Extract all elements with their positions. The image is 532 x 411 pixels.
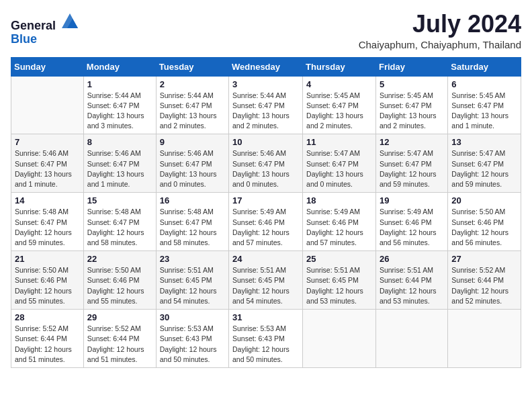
calendar-cell: 25Sunrise: 5:51 AMSunset: 6:45 PMDayligh…: [303, 251, 376, 310]
month-title: July 2024: [359, 11, 521, 38]
day-info: Sunrise: 5:45 AMSunset: 6:47 PMDaylight:…: [451, 91, 517, 132]
calendar-week-5: 28Sunrise: 5:52 AMSunset: 6:44 PMDayligh…: [11, 310, 521, 368]
calendar-cell: 31Sunrise: 5:53 AMSunset: 6:43 PMDayligh…: [229, 310, 303, 368]
calendar-header-row: SundayMondayTuesdayWednesdayThursdayFrid…: [11, 57, 521, 76]
calendar-cell: 27Sunrise: 5:52 AMSunset: 6:44 PMDayligh…: [448, 251, 521, 310]
day-number: 12: [380, 137, 444, 147]
day-number: 20: [451, 195, 517, 205]
day-number: 29: [87, 312, 152, 322]
calendar-cell: 14Sunrise: 5:48 AMSunset: 6:47 PMDayligh…: [11, 193, 84, 251]
title-block: July 2024 Chaiyaphum, Chaiyaphum, Thaila…: [359, 11, 521, 50]
logo: General Blue: [11, 11, 79, 46]
day-info: Sunrise: 5:51 AMSunset: 6:44 PMDaylight:…: [380, 265, 444, 306]
day-info: Sunrise: 5:47 AMSunset: 6:47 PMDaylight:…: [380, 148, 444, 189]
calendar-week-3: 14Sunrise: 5:48 AMSunset: 6:47 PMDayligh…: [11, 193, 521, 251]
calendar-cell: 7Sunrise: 5:46 AMSunset: 6:47 PMDaylight…: [11, 134, 84, 193]
day-number: 13: [451, 137, 517, 147]
day-number: 2: [160, 79, 225, 89]
day-info: Sunrise: 5:52 AMSunset: 6:44 PMDaylight:…: [15, 324, 80, 365]
header-day-tuesday: Tuesday: [156, 57, 228, 76]
logo-general: General: [11, 19, 56, 32]
day-info: Sunrise: 5:47 AMSunset: 6:47 PMDaylight:…: [306, 148, 372, 189]
day-info: Sunrise: 5:47 AMSunset: 6:47 PMDaylight:…: [451, 148, 517, 189]
day-number: 19: [380, 195, 444, 205]
calendar-cell: 1Sunrise: 5:44 AMSunset: 6:47 PMDaylight…: [83, 76, 156, 134]
day-number: 26: [380, 254, 444, 264]
day-info: Sunrise: 5:48 AMSunset: 6:47 PMDaylight:…: [160, 207, 225, 248]
calendar-week-1: 1Sunrise: 5:44 AMSunset: 6:47 PMDaylight…: [11, 76, 521, 134]
day-number: 21: [15, 254, 80, 264]
calendar-cell: 12Sunrise: 5:47 AMSunset: 6:47 PMDayligh…: [375, 134, 447, 193]
day-number: 11: [306, 137, 372, 147]
day-info: Sunrise: 5:45 AMSunset: 6:47 PMDaylight:…: [306, 91, 372, 132]
header-day-thursday: Thursday: [303, 57, 376, 76]
header-day-wednesday: Wednesday: [229, 57, 303, 76]
day-info: Sunrise: 5:46 AMSunset: 6:47 PMDaylight:…: [87, 148, 152, 189]
calendar-cell: 29Sunrise: 5:52 AMSunset: 6:44 PMDayligh…: [83, 310, 156, 368]
day-number: 24: [232, 254, 299, 264]
day-info: Sunrise: 5:46 AMSunset: 6:47 PMDaylight:…: [232, 148, 299, 189]
calendar-cell: 9Sunrise: 5:46 AMSunset: 6:47 PMDaylight…: [156, 134, 228, 193]
day-number: 23: [160, 254, 225, 264]
day-info: Sunrise: 5:50 AMSunset: 6:46 PMDaylight:…: [87, 265, 152, 306]
calendar-body: 1Sunrise: 5:44 AMSunset: 6:47 PMDaylight…: [11, 76, 521, 367]
calendar-cell: 19Sunrise: 5:49 AMSunset: 6:46 PMDayligh…: [375, 193, 447, 251]
day-number: 22: [87, 254, 152, 264]
calendar-cell: 28Sunrise: 5:52 AMSunset: 6:44 PMDayligh…: [11, 310, 84, 368]
calendar-cell: [11, 76, 84, 134]
calendar-week-2: 7Sunrise: 5:46 AMSunset: 6:47 PMDaylight…: [11, 134, 521, 193]
header-day-monday: Monday: [83, 57, 156, 76]
calendar-cell: 22Sunrise: 5:50 AMSunset: 6:46 PMDayligh…: [83, 251, 156, 310]
day-number: 5: [380, 79, 444, 89]
day-number: 16: [160, 195, 225, 205]
day-info: Sunrise: 5:48 AMSunset: 6:47 PMDaylight:…: [87, 207, 152, 248]
calendar-cell: 10Sunrise: 5:46 AMSunset: 6:47 PMDayligh…: [229, 134, 303, 193]
page-header: General Blue July 2024 Chaiyaphum, Chaiy…: [11, 11, 521, 50]
calendar-cell: 30Sunrise: 5:53 AMSunset: 6:43 PMDayligh…: [156, 310, 228, 368]
day-number: 9: [160, 137, 225, 147]
logo-blue: Blue: [11, 32, 37, 46]
calendar-cell: [303, 310, 376, 368]
calendar-table: SundayMondayTuesdayWednesdayThursdayFrid…: [11, 57, 521, 368]
day-info: Sunrise: 5:44 AMSunset: 6:47 PMDaylight:…: [160, 91, 225, 132]
logo-icon: [60, 11, 79, 30]
day-number: 25: [306, 254, 372, 264]
day-info: Sunrise: 5:46 AMSunset: 6:47 PMDaylight:…: [160, 148, 225, 189]
day-info: Sunrise: 5:50 AMSunset: 6:46 PMDaylight:…: [451, 207, 517, 248]
calendar-cell: 20Sunrise: 5:50 AMSunset: 6:46 PMDayligh…: [448, 193, 521, 251]
calendar-cell: 6Sunrise: 5:45 AMSunset: 6:47 PMDaylight…: [448, 76, 521, 134]
day-info: Sunrise: 5:49 AMSunset: 6:46 PMDaylight:…: [306, 207, 372, 248]
calendar-cell: 18Sunrise: 5:49 AMSunset: 6:46 PMDayligh…: [303, 193, 376, 251]
calendar-cell: 8Sunrise: 5:46 AMSunset: 6:47 PMDaylight…: [83, 134, 156, 193]
day-info: Sunrise: 5:44 AMSunset: 6:47 PMDaylight:…: [87, 91, 152, 132]
day-info: Sunrise: 5:52 AMSunset: 6:44 PMDaylight:…: [87, 324, 152, 365]
calendar-cell: 5Sunrise: 5:45 AMSunset: 6:47 PMDaylight…: [375, 76, 447, 134]
day-number: 4: [306, 79, 372, 89]
day-number: 30: [160, 312, 225, 322]
day-number: 18: [306, 195, 372, 205]
calendar-cell: [448, 310, 521, 368]
header-day-saturday: Saturday: [448, 57, 521, 76]
day-info: Sunrise: 5:44 AMSunset: 6:47 PMDaylight:…: [232, 91, 299, 132]
day-number: 28: [15, 312, 80, 322]
calendar-cell: 13Sunrise: 5:47 AMSunset: 6:47 PMDayligh…: [448, 134, 521, 193]
day-number: 3: [232, 79, 299, 89]
calendar-cell: 26Sunrise: 5:51 AMSunset: 6:44 PMDayligh…: [375, 251, 447, 310]
day-info: Sunrise: 5:53 AMSunset: 6:43 PMDaylight:…: [160, 324, 225, 365]
day-info: Sunrise: 5:46 AMSunset: 6:47 PMDaylight:…: [15, 148, 80, 189]
day-number: 17: [232, 195, 299, 205]
calendar-cell: 4Sunrise: 5:45 AMSunset: 6:47 PMDaylight…: [303, 76, 376, 134]
day-info: Sunrise: 5:51 AMSunset: 6:45 PMDaylight:…: [232, 265, 299, 306]
calendar-cell: 17Sunrise: 5:49 AMSunset: 6:46 PMDayligh…: [229, 193, 303, 251]
day-info: Sunrise: 5:50 AMSunset: 6:46 PMDaylight:…: [15, 265, 80, 306]
day-info: Sunrise: 5:51 AMSunset: 6:45 PMDaylight:…: [160, 265, 225, 306]
calendar-week-4: 21Sunrise: 5:50 AMSunset: 6:46 PMDayligh…: [11, 251, 521, 310]
location-title: Chaiyaphum, Chaiyaphum, Thailand: [359, 39, 521, 50]
day-info: Sunrise: 5:53 AMSunset: 6:43 PMDaylight:…: [232, 324, 299, 365]
calendar-cell: 2Sunrise: 5:44 AMSunset: 6:47 PMDaylight…: [156, 76, 228, 134]
day-number: 14: [15, 195, 80, 205]
day-info: Sunrise: 5:51 AMSunset: 6:45 PMDaylight:…: [306, 265, 372, 306]
day-number: 10: [232, 137, 299, 147]
calendar-cell: 3Sunrise: 5:44 AMSunset: 6:47 PMDaylight…: [229, 76, 303, 134]
day-number: 27: [451, 254, 517, 264]
